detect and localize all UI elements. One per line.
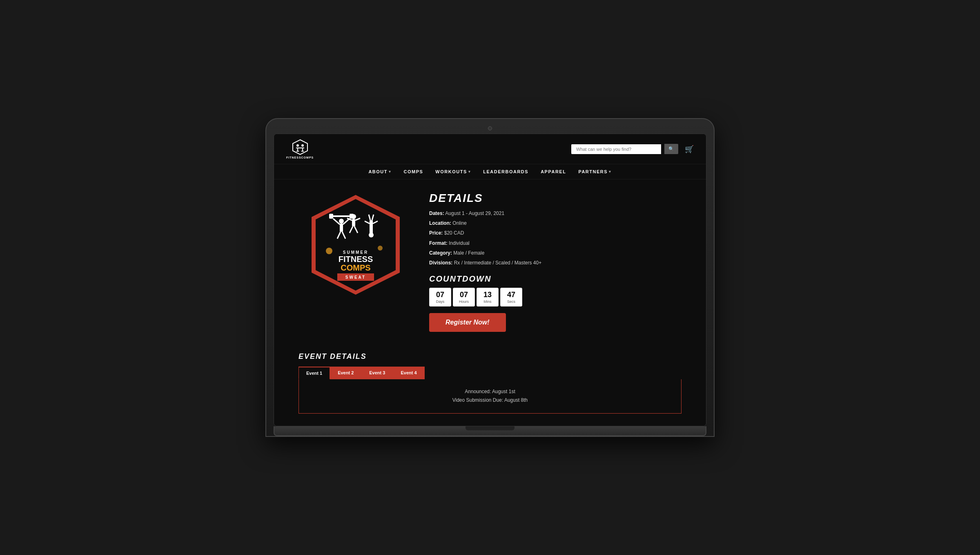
details-divisions-row: Divisions: Rx / Intermediate / Scaled / …	[429, 259, 682, 267]
nav-item-workouts[interactable]: WORKOUTS ▾	[435, 169, 471, 174]
search-button[interactable]: 🔍	[664, 144, 678, 154]
countdown-days: 07 Days	[429, 288, 451, 307]
laptop-frame: FITNESSCOMPS 🔍 🛒 ABOUT ▾ COMPS	[265, 118, 715, 437]
search-icon: 🔍	[668, 146, 674, 151]
nav-item-comps[interactable]: COMPS	[404, 169, 423, 174]
svg-point-32	[378, 246, 383, 251]
details-price-row: Price: $20 CAD	[429, 229, 682, 237]
countdown-boxes: 07 Days 07 Hours 13 Mins 47	[429, 288, 682, 307]
laptop-camera	[488, 126, 492, 130]
nav-item-apparel[interactable]: APPAREL	[541, 169, 566, 174]
chevron-down-icon: ▾	[389, 170, 392, 174]
details-dates-row: Dates: August 1 - August 29, 2021	[429, 210, 682, 217]
nav-item-partners[interactable]: PARTNERS ▾	[578, 169, 611, 174]
event-details-section: EVENT DETAILS Event 1 Event 2 Event 3 Ev…	[274, 344, 706, 426]
logo-text: FITNESSCOMPS	[286, 156, 314, 159]
logo-icon	[292, 139, 308, 155]
svg-point-31	[326, 248, 332, 254]
event-tab-3[interactable]: Event 3	[361, 367, 393, 379]
svg-rect-20	[352, 219, 355, 226]
search-area: 🔍 🛒	[571, 144, 694, 154]
svg-text:COMPS: COMPS	[341, 263, 370, 272]
nav: ABOUT ▾ COMPS WORKOUTS ▾ LEADERBOARDS AP…	[274, 164, 706, 179]
event-tab-1[interactable]: Event 1	[298, 367, 330, 379]
svg-marker-0	[293, 140, 307, 154]
countdown-mins: 13 Mins	[477, 288, 499, 307]
event-tab-2[interactable]: Event 2	[330, 367, 361, 379]
svg-text:SWEAT: SWEAT	[345, 275, 366, 280]
logo-area: FITNESSCOMPS	[286, 139, 314, 159]
main-content: SUMMER FITNESS COMPS SWEAT DETAILS	[274, 179, 706, 344]
nav-item-leaderboards[interactable]: LEADERBOARDS	[483, 169, 528, 174]
laptop-base	[274, 426, 706, 436]
details-location-row: Location: Online	[429, 219, 682, 227]
chevron-down-icon: ▾	[609, 170, 612, 174]
svg-rect-26	[370, 220, 373, 235]
screen-content: FITNESSCOMPS 🔍 🛒 ABOUT ▾ COMPS	[274, 134, 706, 426]
nav-item-about[interactable]: ABOUT ▾	[368, 169, 391, 174]
countdown-hours: 07 Hours	[453, 288, 475, 307]
details-category-row: Category: Male / Female	[429, 249, 682, 257]
cart-icon[interactable]: 🛒	[685, 145, 694, 154]
event-tabs: Event 1 Event 2 Event 3 Event 4	[298, 367, 682, 379]
search-input[interactable]	[571, 144, 661, 154]
register-button[interactable]: Register Now!	[429, 313, 506, 332]
details-title: DETAILS	[429, 192, 682, 205]
laptop-screen: FITNESSCOMPS 🔍 🛒 ABOUT ▾ COMPS	[274, 134, 706, 426]
svg-point-13	[339, 219, 344, 224]
event-content: Announced: August 1st Video Submission D…	[298, 379, 682, 414]
svg-rect-14	[340, 224, 343, 232]
svg-point-1	[296, 144, 299, 147]
event-tab-4[interactable]: Event 4	[393, 367, 424, 379]
event-details-section-title: EVENT DETAILS	[298, 352, 682, 361]
event-logo: SUMMER FITNESS COMPS SWEAT	[307, 192, 405, 298]
svg-text:SUMMER: SUMMER	[343, 250, 368, 255]
svg-text:FITNESS: FITNESS	[339, 255, 373, 264]
svg-point-19	[351, 214, 356, 219]
countdown-title: COUNTDOWN	[429, 274, 682, 284]
countdown-secs: 47 Secs	[500, 288, 522, 307]
svg-rect-11	[329, 214, 333, 219]
header: FITNESSCOMPS 🔍 🛒	[274, 134, 706, 164]
hex-background: SUMMER FITNESS COMPS SWEAT	[307, 192, 405, 298]
details-area: DETAILS Dates: August 1 - August 29, 202…	[429, 192, 682, 332]
event-logo-area: SUMMER FITNESS COMPS SWEAT	[298, 192, 413, 298]
svg-rect-10	[331, 215, 352, 217]
svg-point-2	[301, 144, 304, 147]
details-format-row: Format: Individual	[429, 239, 682, 247]
chevron-down-icon: ▾	[468, 170, 471, 174]
